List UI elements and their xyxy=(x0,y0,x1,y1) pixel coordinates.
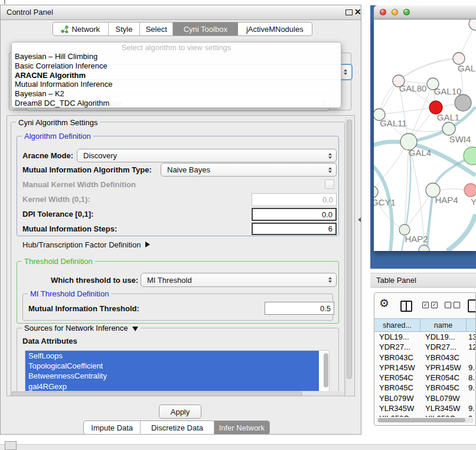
hub-definition-toggle[interactable]: Hub/Transcription Factor Definition xyxy=(22,240,150,249)
algorithm-option[interactable]: Basic Correlation Inference xyxy=(12,61,341,71)
mi-type-value: Naive Bayes xyxy=(167,165,210,174)
table-row[interactable]: YBL079WYBL079W xyxy=(374,393,476,403)
network-node-gal[interactable] xyxy=(453,53,465,64)
which-threshold-label: Which threshold to use: xyxy=(51,276,138,285)
mi-steps-field[interactable]: 6 xyxy=(252,223,337,235)
expand-right-icon xyxy=(145,242,150,247)
attribute-item-selected[interactable]: TopologicalCoefficient xyxy=(25,361,319,371)
zoom-traffic-light[interactable] xyxy=(403,9,410,15)
file-icon[interactable] xyxy=(468,299,476,312)
unchecked-columns-icon[interactable] xyxy=(445,302,460,308)
data-attributes-list[interactable]: SelfLoopsTopologicalCoefficientBetweenne… xyxy=(25,350,330,392)
checked-columns-icon[interactable]: ✓✓ xyxy=(422,302,438,308)
algorithm-option[interactable]: Bayesian – Hill Climbing xyxy=(12,52,341,61)
table-cell: YBR043C xyxy=(374,353,420,362)
network-edge xyxy=(399,58,459,81)
tab-style[interactable]: Style xyxy=(109,22,141,35)
control-panel-titlebar: Control Panel ✕ xyxy=(1,5,361,20)
table-panel: ⚙ ✓✓ shared...nameA YDL19...YDL19...13YD… xyxy=(374,292,476,426)
node-label: GAL10 xyxy=(434,86,462,96)
tab-cyni-toolbox[interactable]: Cyni Toolbox xyxy=(173,22,238,35)
table-header: shared...nameA xyxy=(374,318,476,332)
apply-button-label: Apply xyxy=(171,407,190,416)
tab-network[interactable]: Network xyxy=(53,22,109,35)
attribute-item-selected[interactable]: gal4RGexp xyxy=(25,381,319,392)
collapse-down-icon xyxy=(132,327,138,331)
network-node[interactable] xyxy=(464,147,476,165)
table-row[interactable]: YIL052CYIL052C9 xyxy=(374,413,476,417)
control-panel-tabs: NetworkStyleSelectCyni ToolboxjActiveMNo… xyxy=(53,22,312,36)
table-row[interactable]: YBR043CYBR043C xyxy=(374,353,476,363)
float-window-icon[interactable] xyxy=(345,9,353,15)
network-window-titlebar[interactable] xyxy=(374,5,476,19)
settings-vertical-scrollbar-thumb[interactable] xyxy=(347,119,352,379)
table-cell: YDL19... xyxy=(374,332,420,341)
node-label: GAL1 xyxy=(437,112,459,122)
network-node[interactable] xyxy=(455,94,471,111)
table-row[interactable]: YDR27...YDR27...12 xyxy=(374,342,476,352)
network-node-gcy1[interactable] xyxy=(374,186,378,198)
aracne-mode-combo[interactable]: Discovery xyxy=(77,149,337,162)
tab-impute-data[interactable]: Impute Data xyxy=(84,421,141,434)
column-header[interactable]: shared... xyxy=(374,318,420,332)
table-row[interactable]: YBR045CYBR045C9. xyxy=(374,383,476,393)
network-graph[interactable]: GALGAL80GAL10GAL1GAL11SWI4GAL4GCY1HAP4YH… xyxy=(374,19,476,251)
table-row[interactable]: YPR145WYPR145W9. xyxy=(374,363,476,373)
kernel-width-field[interactable]: 0.0 xyxy=(252,193,337,206)
table-panel-title: Table Panel xyxy=(376,276,416,285)
attribute-item-selected[interactable]: SelfLoops xyxy=(25,351,319,361)
column-header[interactable]: name xyxy=(420,318,467,332)
kernel-width-value: 0.0 xyxy=(322,195,333,204)
close-traffic-light[interactable] xyxy=(380,9,386,15)
close-icon[interactable]: ✕ xyxy=(354,7,361,17)
table-row[interactable]: YER054CYER054C8. xyxy=(374,373,476,383)
network-edge xyxy=(440,189,464,190)
splitter-collapse-arrow[interactable] xyxy=(358,217,361,222)
tab-jactivemnodules[interactable]: jActiveMNodules xyxy=(238,22,312,35)
mi-steps-label: Mutual Information Steps: xyxy=(22,224,117,233)
gear-icon[interactable]: ⚙ xyxy=(379,298,389,309)
table-cell: YLR345W xyxy=(420,404,467,413)
sources-group-title[interactable]: Sources for Network Inference xyxy=(22,324,141,332)
network-node-y[interactable] xyxy=(464,184,476,197)
tab-select[interactable]: Select xyxy=(140,22,173,35)
column-header[interactable]: A xyxy=(467,318,476,332)
algorithm-option[interactable]: Dream8 DC_TDC Algorithm xyxy=(12,99,341,108)
dpi-tolerance-field[interactable]: 0.0 xyxy=(252,208,337,221)
network-icon xyxy=(61,25,69,33)
algorithm-option[interactable]: Mutual Information Inference xyxy=(12,80,341,89)
which-threshold-combo[interactable]: MI Threshold xyxy=(141,273,337,287)
cyni-settings-pane: Cyni Algorithm Settings Algorithm Defini… xyxy=(6,115,355,396)
bottom-left-panel-icon[interactable] xyxy=(5,441,17,450)
settings-horizontal-scrollbar-thumb[interactable] xyxy=(11,392,302,396)
control-panel-title: Control Panel xyxy=(6,8,53,17)
table-row[interactable]: YLR345WYLR345W9. xyxy=(374,403,476,413)
kernel-width-label: Kernel Width (0,1): xyxy=(22,195,90,204)
tab-infer-network[interactable]: Infer Network xyxy=(214,421,269,434)
table-panel-titlebar: Table Panel xyxy=(370,273,476,288)
tab-label: Network xyxy=(71,25,100,34)
algorithm-option[interactable]: Bayesian – K2 xyxy=(12,89,341,99)
mi-type-combo[interactable]: Naive Bayes xyxy=(161,163,337,177)
tab-discretize-data[interactable]: Discretize Data xyxy=(141,421,214,434)
attribute-item-selected[interactable]: BetweennessCentrality xyxy=(25,371,319,381)
algorithm-option[interactable]: ARACNE Algorithm xyxy=(12,71,341,80)
table-cell: 9. xyxy=(467,404,476,413)
network-node[interactable] xyxy=(469,19,476,30)
table-cell: YPR145W xyxy=(374,363,420,372)
network-node-swi4[interactable] xyxy=(442,122,455,135)
table-horizontal-scrollbar[interactable] xyxy=(377,418,474,423)
table-cell: YBL079W xyxy=(374,394,420,403)
split-columns-icon[interactable] xyxy=(400,301,412,312)
table-horizontal-scrollbar-thumb[interactable] xyxy=(378,418,465,422)
mi-threshold-field[interactable]: 0.5 xyxy=(265,302,334,315)
table-row[interactable]: YDL19...YDL19...13 xyxy=(374,332,476,342)
control-panel: Control Panel ✕ NetworkStyleSelectCyni T… xyxy=(0,5,361,435)
manual-kernel-checkbox[interactable] xyxy=(325,180,334,189)
minimize-traffic-light[interactable] xyxy=(392,9,398,15)
apply-button[interactable]: Apply xyxy=(159,405,201,419)
table-cell: YIL052C xyxy=(374,414,420,417)
list-scrollbar-thumb[interactable] xyxy=(324,353,328,387)
network-edge xyxy=(374,165,392,251)
network-view-canvas[interactable]: GALGAL80GAL10GAL1GAL11SWI4GAL4GCY1HAP4YH… xyxy=(374,19,476,251)
